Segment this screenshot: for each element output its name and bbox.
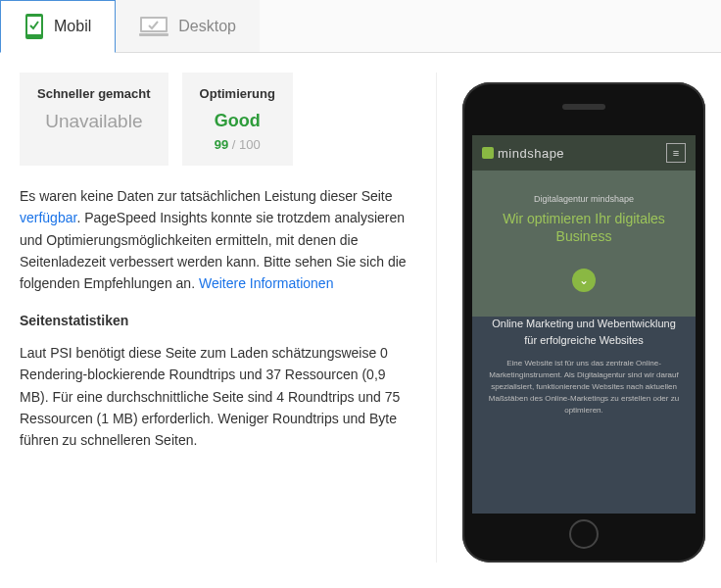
preview-body-title: Online Marketing und Webentwicklung für … <box>486 316 682 348</box>
more-info-link[interactable]: Weitere Informationen <box>199 275 333 291</box>
device-tabs: Mobil Desktop <box>0 0 721 53</box>
tab-desktop-label: Desktop <box>178 18 236 35</box>
desktop-icon <box>139 16 168 37</box>
phone-screen: mindshape ≡ Digitalagentur mindshape Wir… <box>472 135 696 514</box>
hamburger-icon: ≡ <box>666 143 686 163</box>
optimization-card-verdict: Good <box>200 111 275 131</box>
stats-heading: Seitenstatistiken <box>20 313 416 328</box>
speed-card-value: Unavailable <box>37 111 151 132</box>
stats-body: Laut PSI benötigt diese Seite zum Laden … <box>20 342 416 452</box>
optimization-score: 99 / 100 <box>200 137 275 152</box>
preview-body: Online Marketing und Webentwicklung für … <box>472 302 696 426</box>
preview-header: mindshape ≡ <box>472 135 696 171</box>
speed-card-title: Schneller gemacht <box>37 86 151 103</box>
preview-hero-subtitle: Digitalagentur mindshape <box>484 194 684 204</box>
phone-frame: mindshape ≡ Digitalagentur mindshape Wir… <box>462 82 705 563</box>
preview-hero-title: Wir optimieren Ihr digitales Business <box>484 210 684 245</box>
preview-hero: Digitalagentur mindshape Wir optimieren … <box>472 171 696 259</box>
preview-brand: mindshape <box>498 146 564 161</box>
preview-body-text: Eine Website ist für uns das zentrale On… <box>486 358 682 416</box>
svg-rect-3 <box>142 19 166 30</box>
description-paragraph: Es waren keine Daten zur tatsächlichen L… <box>20 185 416 295</box>
tab-desktop[interactable]: Desktop <box>116 0 260 52</box>
logo-mark-icon <box>482 147 494 159</box>
optimization-card: Optimierung Good 99 / 100 <box>182 73 293 166</box>
preview-column: mindshape ≡ Digitalagentur mindshape Wir… <box>437 73 721 563</box>
chevron-down-icon: ⌄ <box>572 269 596 292</box>
svg-rect-4 <box>139 33 168 36</box>
tab-mobile-label: Mobil <box>54 18 91 35</box>
optimization-card-title: Optimierung <box>200 86 275 103</box>
content-area: Schneller gemacht Unavailable Optimierun… <box>0 53 721 563</box>
speed-card: Schneller gemacht Unavailable <box>20 73 168 166</box>
score-value: 99 <box>215 137 228 152</box>
score-max: / 100 <box>228 137 261 152</box>
mobile-icon <box>24 13 44 40</box>
desc-pre: Es waren keine Daten zur tatsächlichen L… <box>20 188 393 204</box>
available-link[interactable]: verfügbar <box>20 210 76 225</box>
preview-logo: mindshape <box>482 146 564 161</box>
score-cards: Schneller gemacht Unavailable Optimierun… <box>20 73 416 166</box>
results-column: Schneller gemacht Unavailable Optimierun… <box>20 73 437 563</box>
tab-mobile[interactable]: Mobil <box>0 0 116 53</box>
